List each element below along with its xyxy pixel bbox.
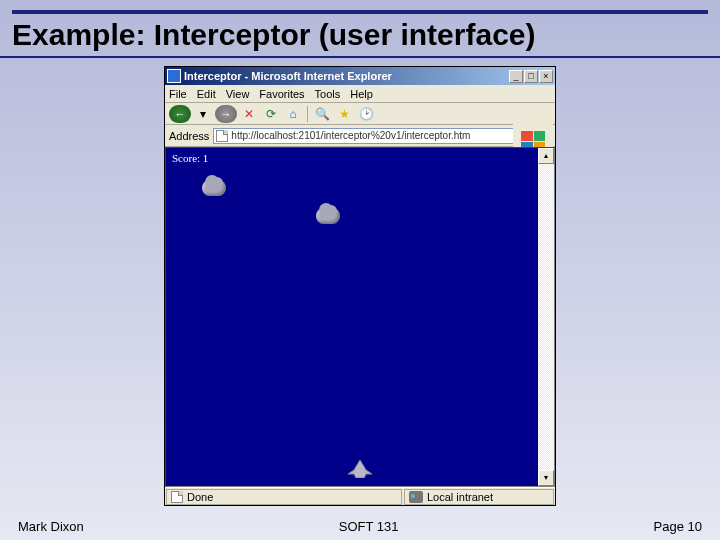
minimize-button[interactable]: _ (509, 70, 523, 83)
status-zone: Local intranet (427, 491, 493, 503)
address-input[interactable]: http://localhost:2101/interceptor%20v1/i… (213, 128, 531, 144)
slide-title: Example: Interceptor (user interface) (0, 16, 720, 52)
favorites-button[interactable]: ★ (334, 105, 354, 123)
status-done: Done (187, 491, 213, 503)
game-cloud[interactable] (316, 208, 340, 224)
back-dropdown[interactable]: ▾ (193, 105, 213, 123)
slide-top-rule (12, 10, 708, 14)
zone-icon (409, 491, 423, 503)
footer-page: Page 10 (654, 519, 702, 534)
browser-content-area[interactable]: Score: 1 ▴ ▾ (165, 147, 555, 487)
history-button[interactable]: 🕑 (356, 105, 376, 123)
scrollbar-vertical[interactable]: ▴ ▾ (538, 148, 554, 486)
slide-footer: Mark Dixon SOFT 131 Page 10 (0, 519, 720, 534)
toolbar: ← ▾ → ✕ ⟳ ⌂ 🔍 ★ 🕑 (165, 103, 555, 125)
menu-favorites[interactable]: Favorites (259, 88, 304, 100)
maximize-button[interactable]: □ (524, 70, 538, 83)
menu-file[interactable]: File (169, 88, 187, 100)
app-icon (167, 69, 181, 83)
slide-underline (0, 56, 720, 58)
status-bar: Done Local intranet (165, 487, 555, 505)
menu-bar: File Edit View Favorites Tools Help (165, 85, 555, 103)
done-icon (171, 491, 183, 503)
stop-button[interactable]: ✕ (239, 105, 259, 123)
window-titlebar[interactable]: Interceptor - Microsoft Internet Explore… (165, 67, 555, 85)
close-button[interactable]: × (539, 70, 553, 83)
menu-edit[interactable]: Edit (197, 88, 216, 100)
back-button[interactable]: ← (169, 105, 191, 123)
home-button[interactable]: ⌂ (283, 105, 303, 123)
address-value: http://localhost:2101/interceptor%20v1/i… (231, 130, 470, 141)
address-bar: Address http://localhost:2101/intercepto… (165, 125, 555, 147)
browser-window: Interceptor - Microsoft Internet Explore… (164, 66, 556, 506)
footer-author: Mark Dixon (18, 519, 84, 534)
forward-button[interactable]: → (215, 105, 237, 123)
address-label: Address (169, 130, 209, 142)
menu-tools[interactable]: Tools (315, 88, 341, 100)
footer-course: SOFT 131 (339, 519, 399, 534)
game-cloud[interactable] (202, 180, 226, 196)
game-interceptor-ship[interactable] (346, 458, 374, 478)
toolbar-separator (307, 106, 308, 122)
menu-help[interactable]: Help (350, 88, 373, 100)
window-title: Interceptor - Microsoft Internet Explore… (184, 70, 509, 82)
page-icon (216, 130, 228, 142)
scroll-up-button[interactable]: ▴ (538, 148, 554, 164)
score-label: Score: 1 (172, 152, 208, 164)
menu-view[interactable]: View (226, 88, 250, 100)
refresh-button[interactable]: ⟳ (261, 105, 281, 123)
search-button[interactable]: 🔍 (312, 105, 332, 123)
scroll-down-button[interactable]: ▾ (538, 470, 554, 486)
